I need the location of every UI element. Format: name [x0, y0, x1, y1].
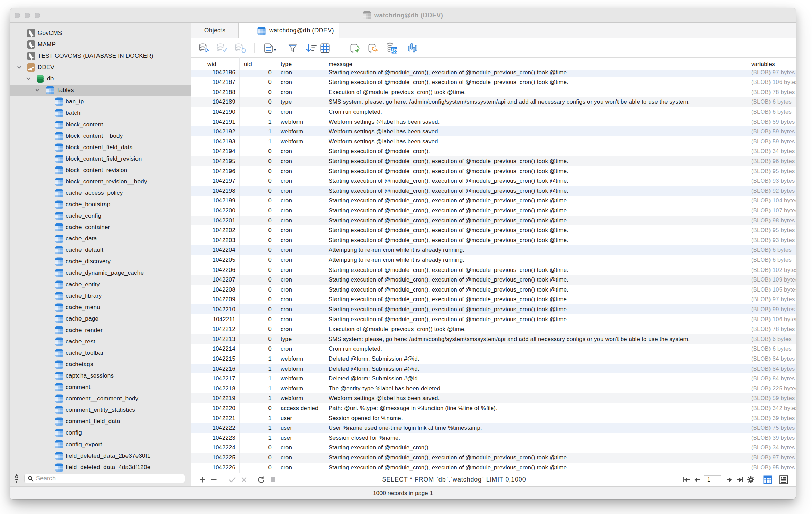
svg-text:ABC: ABC	[391, 50, 397, 53]
